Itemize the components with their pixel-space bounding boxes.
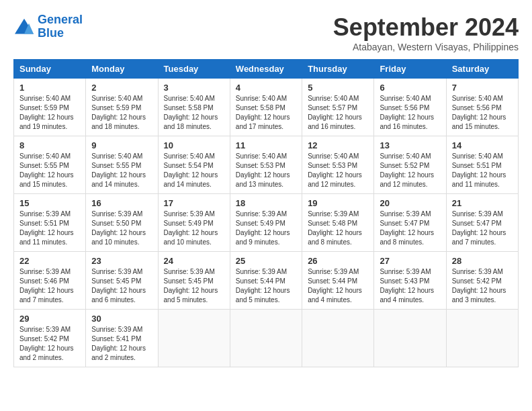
day-info-21: Sunrise: 5:39 AMSunset: 5:47 PMDaylight:… xyxy=(452,210,513,247)
day-number-27: 27 xyxy=(380,256,440,266)
calendar-table: SundayMondayTuesdayWednesdayThursdayFrid… xyxy=(13,59,519,367)
calendar-week-2: 8 Sunrise: 5:40 AMSunset: 5:55 PMDayligh… xyxy=(14,136,519,194)
day-number-8: 8 xyxy=(19,140,80,150)
day-cell-27: 27 Sunrise: 5:39 AMSunset: 5:43 PMDaylig… xyxy=(374,252,446,310)
day-info-30: Sunrise: 5:39 AMSunset: 5:41 PMDaylight:… xyxy=(91,325,152,363)
empty-cell xyxy=(446,310,518,367)
day-number-25: 25 xyxy=(236,256,296,266)
day-info-15: Sunrise: 5:39 AMSunset: 5:51 PMDaylight:… xyxy=(19,210,80,247)
day-info-24: Sunrise: 5:39 AMSunset: 5:45 PMDaylight:… xyxy=(164,267,224,305)
day-number-5: 5 xyxy=(308,83,368,93)
day-number-2: 2 xyxy=(91,83,152,93)
day-cell-21: 21 Sunrise: 5:39 AMSunset: 5:47 PMDaylig… xyxy=(446,194,518,252)
day-number-18: 18 xyxy=(236,198,296,208)
day-info-16: Sunrise: 5:39 AMSunset: 5:50 PMDaylight:… xyxy=(91,210,152,247)
day-cell-7: 7 Sunrise: 5:40 AMSunset: 5:56 PMDayligh… xyxy=(446,79,518,136)
day-number-15: 15 xyxy=(19,198,80,208)
day-cell-3: 3 Sunrise: 5:40 AMSunset: 5:58 PMDayligh… xyxy=(158,79,230,136)
day-info-4: Sunrise: 5:40 AMSunset: 5:58 PMDaylight:… xyxy=(236,94,296,132)
day-number-23: 23 xyxy=(91,256,152,266)
day-cell-13: 13 Sunrise: 5:40 AMSunset: 5:52 PMDaylig… xyxy=(374,136,446,194)
month-title: September 2024 xyxy=(333,13,519,42)
day-number-20: 20 xyxy=(380,198,440,208)
day-cell-17: 17 Sunrise: 5:39 AMSunset: 5:49 PMDaylig… xyxy=(158,194,230,252)
day-cell-29: 29 Sunrise: 5:39 AMSunset: 5:42 PMDaylig… xyxy=(14,310,86,367)
day-number-6: 6 xyxy=(380,83,440,93)
day-number-4: 4 xyxy=(236,83,296,93)
day-info-3: Sunrise: 5:40 AMSunset: 5:58 PMDaylight:… xyxy=(164,94,224,132)
day-info-11: Sunrise: 5:40 AMSunset: 5:53 PMDaylight:… xyxy=(236,152,296,189)
day-info-13: Sunrise: 5:40 AMSunset: 5:52 PMDaylight:… xyxy=(380,152,440,189)
day-cell-20: 20 Sunrise: 5:39 AMSunset: 5:47 PMDaylig… xyxy=(374,194,446,252)
day-cell-19: 19 Sunrise: 5:39 AMSunset: 5:48 PMDaylig… xyxy=(302,194,374,252)
day-number-13: 13 xyxy=(380,140,440,150)
day-number-3: 3 xyxy=(164,83,224,93)
day-info-23: Sunrise: 5:39 AMSunset: 5:45 PMDaylight:… xyxy=(91,267,152,305)
empty-cell xyxy=(158,310,230,367)
day-cell-11: 11 Sunrise: 5:40 AMSunset: 5:53 PMDaylig… xyxy=(230,136,302,194)
day-number-12: 12 xyxy=(308,140,368,150)
day-cell-16: 16 Sunrise: 5:39 AMSunset: 5:50 PMDaylig… xyxy=(86,194,158,252)
day-cell-23: 23 Sunrise: 5:39 AMSunset: 5:45 PMDaylig… xyxy=(86,252,158,310)
day-cell-8: 8 Sunrise: 5:40 AMSunset: 5:55 PMDayligh… xyxy=(14,136,86,194)
day-info-26: Sunrise: 5:39 AMSunset: 5:44 PMDaylight:… xyxy=(308,267,368,305)
calendar-week-4: 22 Sunrise: 5:39 AMSunset: 5:46 PMDaylig… xyxy=(14,252,519,310)
day-number-9: 9 xyxy=(91,140,152,150)
day-info-28: Sunrise: 5:39 AMSunset: 5:42 PMDaylight:… xyxy=(452,267,513,305)
day-number-14: 14 xyxy=(452,140,513,150)
day-info-1: Sunrise: 5:40 AMSunset: 5:59 PMDaylight:… xyxy=(19,94,80,132)
day-number-22: 22 xyxy=(19,256,80,266)
day-cell-28: 28 Sunrise: 5:39 AMSunset: 5:42 PMDaylig… xyxy=(446,252,518,310)
day-info-18: Sunrise: 5:39 AMSunset: 5:49 PMDaylight:… xyxy=(236,210,296,247)
day-number-19: 19 xyxy=(308,198,368,208)
calendar-header-row: SundayMondayTuesdayWednesdayThursdayFrid… xyxy=(14,60,519,79)
day-cell-4: 4 Sunrise: 5:40 AMSunset: 5:58 PMDayligh… xyxy=(230,79,302,136)
page-header: General Blue September 2024 Atabayan, We… xyxy=(13,13,519,52)
column-header-friday: Friday xyxy=(374,60,446,79)
column-header-tuesday: Tuesday xyxy=(158,60,230,79)
day-cell-10: 10 Sunrise: 5:40 AMSunset: 5:54 PMDaylig… xyxy=(158,136,230,194)
empty-cell xyxy=(230,310,302,367)
logo: General Blue xyxy=(13,13,83,40)
day-info-19: Sunrise: 5:39 AMSunset: 5:48 PMDaylight:… xyxy=(308,210,368,247)
calendar-week-1: 1 Sunrise: 5:40 AMSunset: 5:59 PMDayligh… xyxy=(14,79,519,136)
day-number-1: 1 xyxy=(19,83,80,93)
day-number-11: 11 xyxy=(236,140,296,150)
logo-text: General Blue xyxy=(38,13,83,40)
day-info-7: Sunrise: 5:40 AMSunset: 5:56 PMDaylight:… xyxy=(452,94,513,132)
day-number-10: 10 xyxy=(164,140,224,150)
day-cell-12: 12 Sunrise: 5:40 AMSunset: 5:53 PMDaylig… xyxy=(302,136,374,194)
day-info-25: Sunrise: 5:39 AMSunset: 5:44 PMDaylight:… xyxy=(236,267,296,305)
day-info-12: Sunrise: 5:40 AMSunset: 5:53 PMDaylight:… xyxy=(308,152,368,189)
day-info-29: Sunrise: 5:39 AMSunset: 5:42 PMDaylight:… xyxy=(19,325,80,363)
day-info-6: Sunrise: 5:40 AMSunset: 5:56 PMDaylight:… xyxy=(380,94,440,132)
day-cell-1: 1 Sunrise: 5:40 AMSunset: 5:59 PMDayligh… xyxy=(14,79,86,136)
title-block: September 2024 Atabayan, Western Visayas… xyxy=(333,13,519,52)
day-number-29: 29 xyxy=(19,314,80,324)
day-info-14: Sunrise: 5:40 AMSunset: 5:51 PMDaylight:… xyxy=(452,152,513,189)
day-cell-18: 18 Sunrise: 5:39 AMSunset: 5:49 PMDaylig… xyxy=(230,194,302,252)
day-cell-2: 2 Sunrise: 5:40 AMSunset: 5:59 PMDayligh… xyxy=(86,79,158,136)
day-cell-6: 6 Sunrise: 5:40 AMSunset: 5:56 PMDayligh… xyxy=(374,79,446,136)
calendar-week-5: 29 Sunrise: 5:39 AMSunset: 5:42 PMDaylig… xyxy=(14,310,519,367)
day-info-10: Sunrise: 5:40 AMSunset: 5:54 PMDaylight:… xyxy=(164,152,224,189)
day-number-17: 17 xyxy=(164,198,224,208)
day-number-24: 24 xyxy=(164,256,224,266)
column-header-monday: Monday xyxy=(86,60,158,79)
empty-cell xyxy=(374,310,446,367)
day-info-27: Sunrise: 5:39 AMSunset: 5:43 PMDaylight:… xyxy=(380,267,440,305)
logo-line1: General xyxy=(38,13,83,26)
day-info-9: Sunrise: 5:40 AMSunset: 5:55 PMDaylight:… xyxy=(91,152,152,189)
subtitle: Atabayan, Western Visayas, Philippines xyxy=(333,42,519,52)
day-info-5: Sunrise: 5:40 AMSunset: 5:57 PMDaylight:… xyxy=(308,94,368,132)
day-cell-22: 22 Sunrise: 5:39 AMSunset: 5:46 PMDaylig… xyxy=(14,252,86,310)
day-cell-24: 24 Sunrise: 5:39 AMSunset: 5:45 PMDaylig… xyxy=(158,252,230,310)
day-number-26: 26 xyxy=(308,256,368,266)
calendar-week-3: 15 Sunrise: 5:39 AMSunset: 5:51 PMDaylig… xyxy=(14,194,519,252)
day-cell-14: 14 Sunrise: 5:40 AMSunset: 5:51 PMDaylig… xyxy=(446,136,518,194)
day-number-7: 7 xyxy=(452,83,513,93)
day-info-20: Sunrise: 5:39 AMSunset: 5:47 PMDaylight:… xyxy=(380,210,440,247)
day-number-21: 21 xyxy=(452,198,513,208)
empty-cell xyxy=(302,310,374,367)
day-cell-25: 25 Sunrise: 5:39 AMSunset: 5:44 PMDaylig… xyxy=(230,252,302,310)
